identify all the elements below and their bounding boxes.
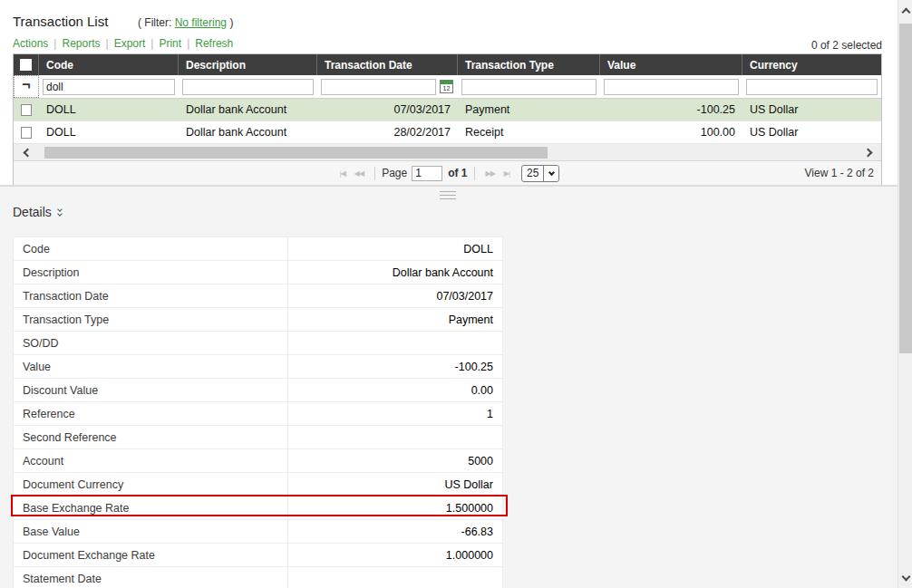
detail-value: DOLL: [288, 237, 502, 260]
horizontal-scroll-track[interactable]: [41, 147, 854, 159]
detail-value: US Dollar: [288, 473, 502, 496]
horizontal-scroll-thumb[interactable]: [44, 147, 548, 159]
row-checkbox[interactable]: [21, 104, 32, 116]
grid-header-row: Code Description Transaction Date Transa…: [14, 54, 881, 75]
cell-description: Dollar bank Account: [179, 99, 317, 120]
cell-value: 100.00: [600, 121, 742, 143]
export-menu[interactable]: Export: [114, 37, 146, 50]
detail-row: Second Reference: [14, 426, 502, 449]
chevron-down-icon: [548, 169, 555, 175]
value-filter-input[interactable]: [604, 79, 739, 95]
detail-row: Reference1: [14, 402, 502, 426]
column-header-transaction-type[interactable]: Transaction Type: [458, 54, 600, 75]
detail-label: Document Exchange Rate: [14, 544, 288, 566]
code-filter-input[interactable]: [43, 79, 175, 95]
detail-label: Base Value: [14, 520, 288, 543]
cell-value: -100.25: [600, 99, 742, 120]
detail-value: 1.000000: [288, 544, 502, 566]
next-page-icon[interactable]: ▶▶: [486, 169, 495, 178]
cell-transaction-date: 28/02/2017: [317, 121, 458, 143]
calendar-icon[interactable]: 12: [440, 80, 453, 93]
select-all-cell: [14, 54, 39, 75]
filter-operator-icon: ¬: [22, 81, 30, 90]
column-header-code[interactable]: Code: [39, 54, 179, 75]
last-page-icon[interactable]: ▶|: [504, 169, 509, 178]
vertical-scrollbar[interactable]: [897, 0, 912, 588]
view-range-label: View 1 - 2 of 2: [805, 167, 875, 179]
filter-operator-cell[interactable]: ¬: [14, 75, 39, 98]
toolbar-separator: |: [53, 37, 56, 50]
page-size-dropdown-button[interactable]: [543, 165, 558, 182]
page-size-select[interactable]: 25: [521, 165, 559, 182]
transaction-date-filter-input[interactable]: [321, 79, 436, 95]
cell-transaction-type: Payment: [458, 99, 600, 120]
page-label: Page: [382, 167, 407, 179]
transaction-list-page: Transaction List ( Filter: No filtering …: [0, 0, 912, 588]
detail-row: Document Exchange Rate1.000000: [14, 544, 502, 567]
scroll-down-button[interactable]: [898, 568, 912, 584]
detail-row: DescriptionDollar bank Account: [14, 261, 502, 284]
refresh-menu[interactable]: Refresh: [195, 37, 233, 50]
reports-menu[interactable]: Reports: [62, 37, 100, 50]
splitter-grip[interactable]: [440, 191, 456, 199]
vertical-scroll-thumb[interactable]: [899, 24, 912, 353]
details-heading[interactable]: Details: [13, 205, 62, 219]
scroll-left-button[interactable]: [14, 144, 41, 161]
column-header-transaction-date[interactable]: Transaction Date: [317, 54, 458, 75]
details-heading-label: Details: [13, 205, 52, 219]
scroll-up-button[interactable]: [898, 4, 912, 20]
detail-label: Code: [14, 237, 288, 260]
column-header-value[interactable]: Value: [600, 54, 742, 75]
detail-value: 0.00: [288, 379, 502, 401]
scroll-right-button[interactable]: [854, 144, 881, 161]
transaction-type-filter-input[interactable]: [461, 79, 597, 95]
cell-transaction-date: 07/03/2017: [317, 99, 458, 120]
actions-menu[interactable]: Actions: [13, 37, 48, 50]
filter-suffix: ): [227, 16, 233, 29]
first-page-icon[interactable]: |◀: [340, 169, 345, 178]
detail-row: Discount Value0.00: [14, 379, 502, 402]
detail-label: Document Currency: [14, 473, 288, 496]
table-row[interactable]: DOLL Dollar bank Account 07/03/2017 Paym…: [14, 99, 881, 121]
detail-value: 1: [288, 402, 502, 425]
transaction-grid: Code Description Transaction Date Transa…: [13, 53, 882, 185]
cell-currency: US Dollar: [742, 99, 881, 120]
column-header-description[interactable]: Description: [179, 54, 317, 75]
scroll-up-icon: [901, 7, 910, 16]
no-filtering-link[interactable]: No filtering: [175, 16, 227, 29]
detail-label: Transaction Type: [14, 308, 288, 331]
page-number-input[interactable]: [412, 166, 442, 181]
cell-description: Dollar bank Account: [179, 121, 317, 143]
column-header-currency[interactable]: Currency: [742, 54, 881, 75]
toolbar: Actions| Reports| Export| Print| Refresh: [13, 37, 233, 50]
prev-page-icon[interactable]: ◀◀: [354, 169, 364, 178]
page-of-label: of 1: [448, 167, 467, 179]
row-checkbox-cell: [14, 121, 39, 143]
filter-prefix: ( Filter:: [138, 16, 171, 29]
detail-label: Description: [14, 261, 288, 284]
pager-separator: [474, 167, 475, 180]
detail-label: Value: [14, 355, 288, 378]
filter-info: ( Filter: No filtering ): [138, 16, 233, 29]
selection-status: 0 of 2 selected: [811, 39, 882, 52]
table-row[interactable]: DOLL Dollar bank Account 28/02/2017 Rece…: [14, 121, 881, 144]
detail-label: Discount Value: [14, 379, 288, 401]
currency-filter-input[interactable]: [746, 79, 878, 95]
detail-value: 07/03/2017: [288, 284, 502, 307]
toolbar-separator: |: [150, 37, 153, 50]
detail-value: 1.500000: [288, 496, 502, 519]
grid-filter-row: ¬ 12: [14, 75, 881, 99]
detail-row: Transaction Date07/03/2017: [14, 284, 502, 308]
select-all-checkbox[interactable]: [20, 59, 32, 71]
cell-currency: US Dollar: [742, 121, 881, 143]
horizontal-scrollbar[interactable]: [14, 144, 881, 161]
scroll-right-icon: [863, 148, 872, 157]
page-title: Transaction List: [13, 14, 108, 29]
row-checkbox[interactable]: [21, 127, 32, 139]
print-menu[interactable]: Print: [159, 37, 181, 50]
detail-row: Document CurrencyUS Dollar: [14, 473, 502, 496]
description-filter-input[interactable]: [182, 79, 314, 95]
detail-row: Base Value-66.83: [14, 520, 502, 544]
detail-row: Account5000: [14, 449, 502, 473]
detail-value: -100.25: [288, 355, 502, 378]
